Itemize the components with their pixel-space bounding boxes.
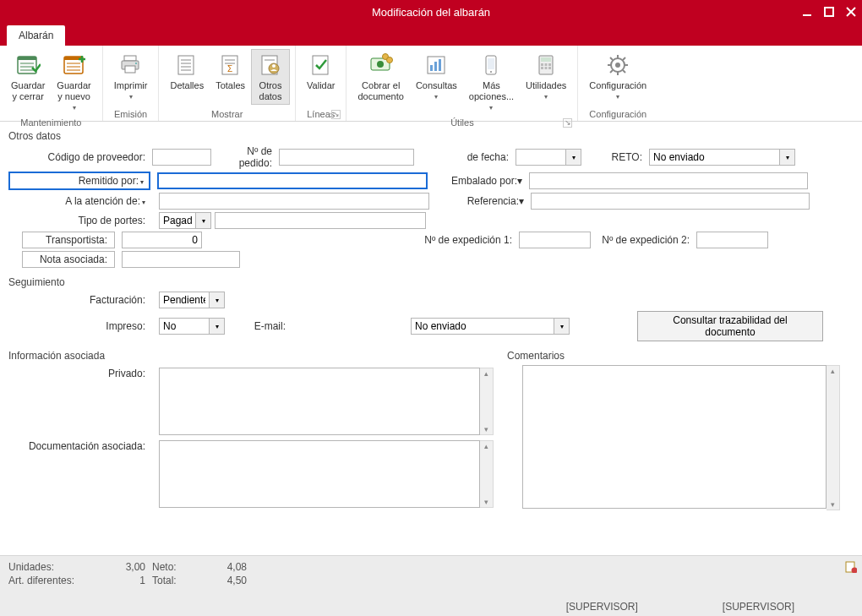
maximize-icon[interactable] (823, 6, 835, 18)
label-atencion[interactable]: A la atención de:▾ (8, 195, 152, 207)
input-nota[interactable] (122, 251, 240, 268)
label-remitido-por[interactable]: Remitido por:▾ (8, 172, 150, 190)
save-new-button[interactable]: Guardar y nuevo ▾ (51, 49, 96, 116)
textarea-comentarios[interactable] (522, 365, 827, 509)
input-reto[interactable] (649, 149, 780, 166)
label-embalado-por[interactable]: Embalado por:▾ (436, 175, 529, 187)
tipo-portes-dropdown[interactable]: ▾ (196, 212, 211, 229)
textarea-doc-asociada[interactable] (159, 440, 480, 508)
input-n-pedido[interactable] (279, 149, 414, 166)
email-dropdown[interactable]: ▾ (554, 318, 570, 335)
totales-icon: Σ (217, 52, 244, 79)
cobrar-button[interactable]: Cobrar el documento (352, 49, 409, 116)
input-n-exp1[interactable] (519, 232, 591, 248)
configuracion-button[interactable]: Configuración ▾ (583, 49, 652, 105)
svg-point-19 (135, 63, 137, 64)
input-remitido-por[interactable] (157, 172, 428, 189)
detalles-button[interactable]: Detalles (164, 49, 210, 105)
svg-line-61 (610, 70, 613, 73)
input-n-exp2[interactable] (696, 232, 768, 248)
status-value-neto: 4,08 (194, 561, 254, 573)
validar-icon (308, 52, 335, 79)
save-new-label: Guardar y nuevo (57, 80, 90, 102)
minimize-icon[interactable] (801, 6, 813, 18)
input-referencia[interactable] (531, 193, 810, 210)
section-info: Información asociada (8, 350, 507, 362)
svg-rect-43 (488, 58, 494, 69)
label-n-exp2: Nº de expedición 2: (591, 234, 696, 246)
svg-point-37 (386, 57, 392, 63)
ribbon-group-label-config: Configuración (583, 107, 652, 119)
svg-point-35 (377, 61, 384, 68)
consultas-button[interactable]: Consultas ▾ (410, 49, 463, 116)
ribbon-group-lineas: Validar Líneas ↘ (296, 46, 346, 121)
money-icon (368, 52, 395, 79)
mas-opciones-button[interactable]: Más opciones... ▾ (463, 49, 520, 116)
calculator-icon (532, 52, 559, 79)
label-n-pedido: Nº de pedido: (211, 145, 279, 169)
imprimir-label: Imprimir (114, 80, 148, 91)
statusbar: Unidades: 3,00 Neto: 4,08 Art. diferente… (0, 555, 862, 616)
label-transportista[interactable]: Transportista: (22, 232, 115, 248)
input-embalado-por[interactable] (529, 172, 808, 189)
reto-dropdown[interactable]: ▾ (780, 149, 795, 166)
svg-rect-49 (548, 63, 551, 66)
input-cod-prov[interactable] (152, 149, 211, 166)
titlebar: Modificación del albarán (0, 0, 862, 24)
input-tipo-portes[interactable] (159, 212, 196, 229)
svg-point-54 (615, 63, 620, 68)
close-icon[interactable] (845, 6, 857, 18)
ribbon-group-label-emision: Emisión (108, 107, 154, 119)
label-privado: Privado: (8, 368, 152, 379)
tab-albaran[interactable]: Albarán (7, 25, 65, 46)
label-referencia[interactable]: Referencia:▾ (438, 195, 531, 207)
label-reto: RETO: (581, 151, 649, 163)
ribbon-group-emision: Imprimir ▾ Emisión (103, 46, 160, 121)
label-doc-asociada: Documentación asociada: (8, 440, 152, 452)
imprimir-button[interactable]: Imprimir ▾ (108, 49, 154, 105)
configuracion-label: Configuración (589, 80, 646, 91)
input-de-fecha[interactable] (516, 149, 566, 166)
status-value-art-dif: 1 (101, 575, 152, 586)
svg-text:Σ: Σ (227, 64, 232, 74)
utilidades-button[interactable]: Utilidades ▾ (520, 49, 572, 116)
comentarios-scrollbar[interactable]: ▴▾ (827, 365, 840, 510)
input-atencion[interactable] (159, 193, 429, 210)
validar-button[interactable]: Validar (301, 49, 341, 94)
utiles-dialog-launcher[interactable]: ↘ (563, 118, 572, 128)
de-fecha-dropdown[interactable]: ▾ (566, 149, 581, 166)
otros-datos-button[interactable]: Otros datos (251, 49, 290, 105)
input-transportista[interactable] (122, 232, 202, 248)
lineas-dialog-launcher[interactable]: ↘ (331, 110, 341, 119)
doc-asociada-scrollbar[interactable]: ▴▾ (480, 440, 494, 508)
privado-scrollbar[interactable]: ▴▾ (480, 368, 494, 435)
svg-rect-46 (541, 57, 551, 62)
svg-rect-47 (541, 63, 543, 66)
facturacion-dropdown[interactable]: ▾ (210, 292, 225, 308)
status-label-unidades: Unidades: (8, 561, 101, 573)
section-seguimiento: Seguimiento (8, 276, 854, 288)
svg-rect-18 (125, 66, 135, 73)
otros-datos-icon (257, 52, 284, 79)
input-facturacion[interactable] (159, 292, 210, 308)
status-warning-icon[interactable] (845, 561, 857, 573)
save-close-button[interactable]: Guardar y cerrar (5, 49, 51, 116)
section-comentarios: Comentarios (507, 350, 565, 362)
textarea-privado[interactable] (159, 368, 480, 435)
svg-line-59 (610, 57, 613, 60)
label-nota[interactable]: Nota asociada: (22, 251, 115, 268)
mas-opciones-label: Más opciones... (469, 80, 514, 102)
consultas-icon (423, 52, 450, 79)
input-email[interactable] (411, 318, 554, 335)
gear-icon (604, 52, 631, 79)
detalles-icon (173, 52, 200, 79)
svg-line-62 (623, 57, 625, 60)
impreso-dropdown[interactable]: ▾ (210, 318, 225, 335)
input-tipo-portes-extra[interactable] (215, 212, 426, 229)
totales-button[interactable]: Σ Totales (210, 49, 251, 105)
ribbon-group-mantenimiento: Guardar y cerrar Guardar y nuevo ▾ Mante… (0, 46, 103, 121)
svg-rect-41 (439, 59, 441, 71)
trazabilidad-button[interactable]: Consultar trazabilidad del documento (637, 311, 823, 341)
status-label-art-dif: Art. diferentes: (8, 575, 101, 586)
input-impreso[interactable] (159, 318, 210, 335)
